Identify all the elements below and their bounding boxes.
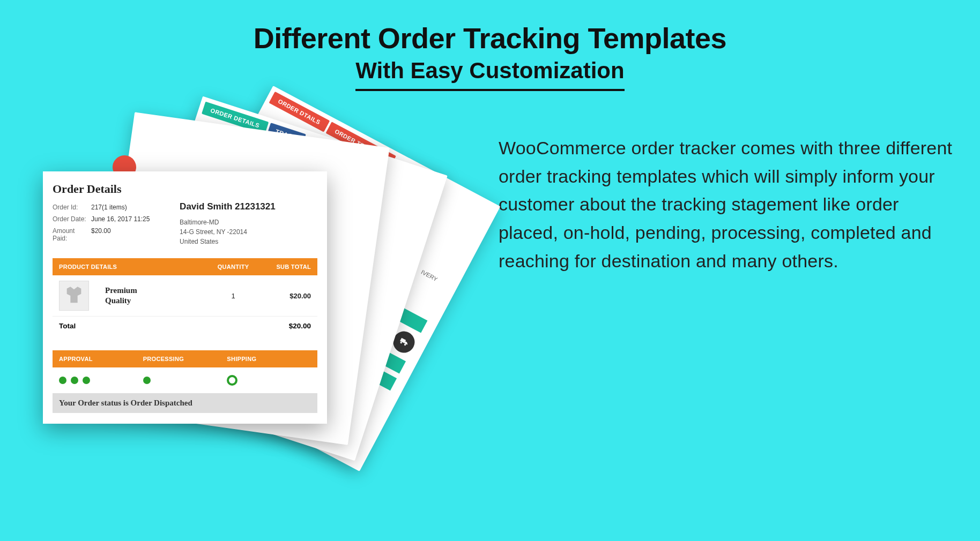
product-name-line1: Premium [105, 285, 209, 296]
stage-shipping: SHIPPING [227, 356, 311, 362]
amount-paid-label: Amount Paid: [53, 227, 91, 242]
product-thumbnail [59, 281, 89, 311]
product-subtotal: $20.00 [257, 292, 311, 300]
progress-dot [83, 377, 90, 384]
order-id-value: 217(1 items) [91, 204, 127, 211]
col-product-details: PRODUCT DETAILS [59, 264, 209, 270]
col-subtotal: SUB TOTAL [257, 264, 311, 270]
progress-dot [59, 377, 66, 384]
product-name-line2: Quality [105, 296, 209, 306]
page-subtitle: With Easy Customization [355, 58, 624, 91]
address-line-1: Baltimore-MD [180, 217, 317, 227]
stage-approval: APPROVAL [59, 356, 143, 362]
product-row: Premium Quality 1 $20.00 [53, 275, 317, 316]
total-value: $20.00 [289, 322, 311, 330]
customer-name: David Smith 21231321 [180, 201, 317, 212]
order-status-text: Your Order status is Order Dispatched [53, 393, 317, 413]
tracking-progress [53, 367, 317, 393]
product-qty: 1 [209, 292, 257, 300]
amount-paid-value: $20.00 [91, 227, 111, 242]
order-details-card: Order Details Order Id: 217(1 items) Ord… [43, 171, 327, 424]
progress-dot [143, 377, 151, 384]
col-quantity: QUANTITY [209, 264, 257, 270]
order-id-label: Order Id: [53, 204, 91, 211]
progress-current-icon [227, 375, 237, 386]
order-date-label: Order Date: [53, 215, 91, 223]
page-title: Different Order Tracking Templates [0, 21, 980, 55]
address-line-3: United States [180, 237, 317, 246]
order-details-heading: Order Details [53, 182, 317, 196]
stage-processing: PROCESSING [143, 356, 227, 362]
address-line-2: 14-G Street, NY -22014 [180, 227, 317, 237]
description-text: WooCommerce order tracker comes with thr… [499, 134, 959, 275]
progress-dot [71, 377, 78, 384]
templates-illustration: ORDER DTAILS ORDER TRACKING IVERY Delive… [21, 118, 466, 504]
order-date-value: June 16, 2017 11:25 [91, 215, 150, 223]
total-label: Total [59, 322, 76, 330]
